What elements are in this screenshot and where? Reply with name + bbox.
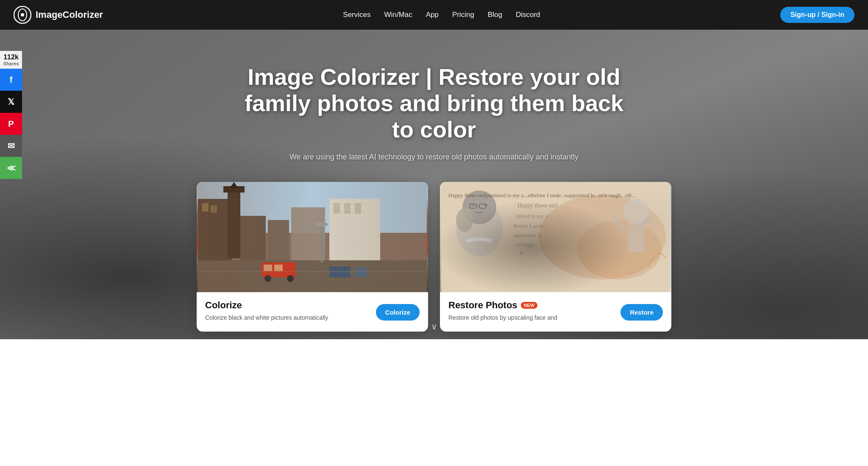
svg-rect-8 xyxy=(228,186,240,258)
hero-section: Image Colorizer | Restore your old famil… xyxy=(0,30,868,339)
svg-point-46 xyxy=(623,199,649,224)
share-count-number: 112k xyxy=(3,53,19,61)
svg-line-48 xyxy=(615,218,623,229)
svg-rect-12 xyxy=(268,220,289,267)
svg-point-31 xyxy=(577,220,662,279)
signup-button[interactable]: Sign-up / Sign-in xyxy=(780,7,854,23)
svg-rect-21 xyxy=(274,265,283,271)
svg-rect-19 xyxy=(262,262,295,277)
new-badge: New xyxy=(521,302,538,309)
hero-subtitle: We are using the latest AI technology to… xyxy=(231,153,637,162)
svg-text:shined in my a...: shined in my a... xyxy=(515,213,552,219)
svg-text:appointed le...: appointed le... xyxy=(514,232,545,238)
svg-rect-28 xyxy=(198,271,427,272)
logo-text: ImageColorizer xyxy=(36,9,103,20)
hero-title: Image Colorizer | Restore your old famil… xyxy=(231,64,637,142)
social-sidebar: 112k Shares f 𝕏 P ✉ ≪ xyxy=(0,51,22,179)
pinterest-share-button[interactable]: P xyxy=(0,113,22,135)
svg-rect-18 xyxy=(198,260,427,292)
svg-point-40 xyxy=(471,204,475,206)
svg-rect-25 xyxy=(355,268,367,277)
navbar: ImageColorizer Services Win/Mac App Pric… xyxy=(0,0,868,30)
svg-rect-11 xyxy=(240,216,266,267)
twitter-share-button[interactable]: 𝕏 xyxy=(0,91,22,113)
scroll-down-indicator: ∨ xyxy=(431,321,437,332)
email-share-button[interactable]: ✉ xyxy=(0,135,22,157)
colorize-card: Colorize Colorize black and white pictur… xyxy=(197,182,428,332)
colorize-card-desc: Colorize black and white pictures automa… xyxy=(205,313,371,322)
svg-marker-10 xyxy=(230,182,238,188)
nav-links: Services Win/Mac App Pricing Blog Discor… xyxy=(343,11,540,19)
restore-card-image: Happy those earl shined in my a... Befor… xyxy=(440,182,671,292)
facebook-share-button[interactable]: f xyxy=(0,69,22,91)
nav-item-services[interactable]: Services xyxy=(343,11,370,19)
colorize-illustration xyxy=(197,182,428,292)
logo-link[interactable]: ImageColorizer xyxy=(14,6,103,24)
svg-point-22 xyxy=(264,275,271,282)
restore-card-desc: Restore old photos by upscaling face and xyxy=(448,313,615,322)
restore-card: Happy those earl shined in my a... Befor… xyxy=(440,182,671,332)
svg-rect-43 xyxy=(479,204,486,208)
general-share-button[interactable]: ≪ xyxy=(0,157,22,179)
svg-rect-13 xyxy=(291,207,325,267)
svg-rect-3 xyxy=(198,182,427,233)
logo-icon xyxy=(14,6,31,24)
restore-card-title: Restore Photos New xyxy=(448,300,615,311)
nav-item-blog[interactable]: Blog xyxy=(488,11,502,19)
svg-rect-47 xyxy=(628,222,645,252)
svg-line-49 xyxy=(640,218,649,229)
svg-rect-16 xyxy=(344,203,351,214)
restore-card-info: Restore Photos New Restore old photos by… xyxy=(448,300,615,322)
svg-rect-5 xyxy=(198,199,232,275)
svg-rect-6 xyxy=(202,203,209,212)
restore-card-bottom: Restore Photos New Restore old photos by… xyxy=(440,292,671,332)
nav-item-pricing[interactable]: Pricing xyxy=(452,11,474,19)
restore-illustration: Happy those earl shined in my a... Befor… xyxy=(440,182,671,292)
svg-rect-24 xyxy=(329,267,351,277)
svg-point-45 xyxy=(456,208,473,232)
svg-text:Or taugh...: Or taugh... xyxy=(515,241,539,248)
svg-text:Happy those earl: Happy those earl xyxy=(517,202,558,209)
share-count-label: Shares xyxy=(3,61,19,66)
svg-rect-15 xyxy=(334,203,340,214)
svg-rect-26 xyxy=(321,224,323,262)
svg-rect-20 xyxy=(264,265,272,271)
restore-button[interactable]: Restore xyxy=(620,304,663,321)
hero-content: Image Colorizer | Restore your old famil… xyxy=(222,64,646,182)
svg-point-39 xyxy=(462,190,496,224)
svg-point-2 xyxy=(21,13,24,17)
svg-text:B...: B... xyxy=(520,250,527,256)
colorize-card-info: Colorize Colorize black and white pictur… xyxy=(205,300,371,322)
svg-rect-29 xyxy=(441,182,670,292)
svg-rect-17 xyxy=(355,203,361,214)
svg-point-41 xyxy=(484,204,488,206)
svg-rect-9 xyxy=(223,186,245,193)
colorize-card-title: Colorize xyxy=(205,300,371,311)
cards-row: Colorize Colorize black and white pictur… xyxy=(188,182,680,332)
svg-text:Before I unde...: Before I unde... xyxy=(513,223,548,229)
svg-point-23 xyxy=(287,275,294,282)
colorize-card-image xyxy=(197,182,428,292)
svg-point-30 xyxy=(539,195,666,279)
svg-point-27 xyxy=(315,222,328,226)
svg-rect-42 xyxy=(470,204,476,208)
colorize-button[interactable]: Colorize xyxy=(376,304,420,321)
colorize-card-bottom: Colorize Colorize black and white pictur… xyxy=(197,292,428,332)
share-count: 112k Shares xyxy=(0,51,22,69)
svg-rect-7 xyxy=(211,205,217,213)
svg-rect-4 xyxy=(198,233,427,292)
nav-item-app[interactable]: App xyxy=(426,11,439,19)
svg-point-38 xyxy=(456,201,503,256)
svg-rect-14 xyxy=(329,199,380,267)
nav-item-discord[interactable]: Discord xyxy=(516,11,540,19)
nav-item-winmac[interactable]: Win/Mac xyxy=(384,11,412,19)
